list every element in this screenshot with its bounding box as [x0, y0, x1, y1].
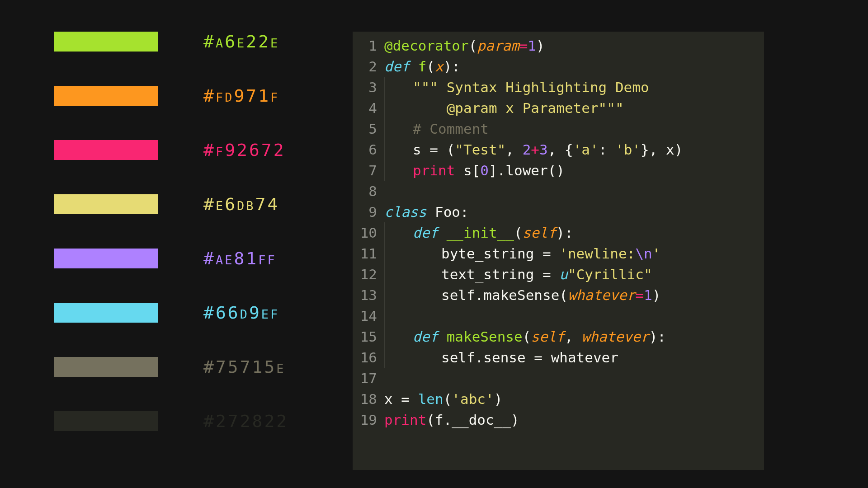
code-line: 4 @param x Parameter""": [359, 98, 758, 118]
token-punct: ].lower(): [489, 162, 565, 178]
swatch-yellow: [54, 194, 158, 214]
token-arg: x: [435, 58, 443, 75]
swatch-bg: [54, 411, 158, 431]
token-string: 'abc': [452, 391, 494, 407]
line-number: 6: [359, 139, 384, 160]
line-number: 17: [359, 368, 384, 389]
token-punct: (: [447, 141, 455, 158]
code-line: 14: [359, 305, 758, 326]
token-func-name: makeSense: [447, 328, 523, 345]
token-punct: ): [675, 141, 683, 158]
token-var: s: [413, 141, 421, 158]
line-number: 3: [359, 77, 384, 98]
token-prefix: u: [559, 266, 568, 282]
line-number: 14: [359, 305, 384, 326]
token-string: "Cyrillic": [568, 266, 652, 282]
code-line: 19 print(f.__doc__): [359, 409, 758, 430]
token-punct: (f.__doc__): [426, 412, 519, 428]
color-palette: #A6E22E #FD971F #F92672 #E6DB74 #AE81FF …: [18, 32, 353, 470]
token-punct: ,: [548, 141, 565, 158]
token-escape: \n: [635, 245, 652, 262]
code-line: 8: [359, 181, 758, 202]
token-var: byte_string =: [441, 245, 559, 262]
swatch-hex-label: #66D9EF: [203, 303, 279, 323]
token-string: "Test": [455, 141, 505, 158]
token-docstring: """ Syntax Highlighting Demo: [413, 79, 649, 95]
code-line: 11 byte_string = 'newline:\n': [359, 243, 758, 264]
token-kwarg: whatever: [568, 287, 635, 303]
token-func-name: __init__: [447, 225, 514, 241]
swatch-hex-label: #E6DB74: [203, 194, 279, 214]
line-number: 8: [359, 181, 384, 202]
token-punct: ,: [565, 328, 581, 345]
line-number: 7: [359, 160, 384, 181]
swatch-hex-label: #FD971F: [203, 86, 279, 106]
token-var: text_string =: [441, 266, 559, 282]
swatch-row: #E6DB74: [54, 194, 353, 214]
code-line: 12 text_string = u"Cyrillic": [359, 264, 758, 285]
line-number: 12: [359, 264, 384, 285]
swatch-hex-label: #272822: [203, 411, 288, 431]
code-wrap: 1 @decorator(param=1) 2 def f(x): 3 """ …: [353, 32, 850, 470]
token-punct: ):: [649, 328, 666, 345]
token-punct: :: [599, 141, 615, 158]
token-builtin: len: [418, 391, 443, 407]
code-line: 13 self.makeSense(whatever=1): [359, 285, 758, 305]
token-operator: =: [421, 141, 447, 158]
token-punct: (: [443, 391, 452, 407]
token-kwarg: param: [477, 38, 519, 54]
code-line: 15 def makeSense(self, whatever):: [359, 326, 758, 347]
line-number: 16: [359, 347, 384, 368]
swatch-row: #FD971F: [54, 86, 353, 106]
token-operator: =: [519, 38, 528, 54]
token-punct: (: [469, 38, 477, 54]
token-keyword: print: [384, 412, 426, 428]
swatch-hex-label: #75715E: [203, 357, 286, 377]
code-line: 5 # Comment: [359, 118, 758, 139]
token-string: 'b': [615, 141, 641, 158]
token-punct: (: [523, 328, 531, 345]
token-keyword: def: [413, 328, 438, 345]
line-number: 11: [359, 243, 384, 264]
code-block: 1 @decorator(param=1) 2 def f(x): 3 """ …: [353, 32, 764, 470]
token-number: 3: [539, 141, 548, 158]
token-punct: s[: [455, 162, 480, 178]
code-line: 17: [359, 368, 758, 389]
line-number: 10: [359, 222, 384, 243]
token-arg: whatever: [581, 328, 649, 345]
token-number: 0: [480, 162, 489, 178]
code-line: 7 print s[0].lower(): [359, 160, 758, 181]
swatch-row: #A6E22E: [54, 32, 353, 52]
line-number: 9: [359, 202, 384, 222]
token-punct: ): [494, 391, 503, 407]
code-line: 2 def f(x):: [359, 56, 758, 77]
token-decorator-name: decorator: [393, 38, 469, 54]
swatch-row: #66D9EF: [54, 303, 353, 323]
token-punct: ): [536, 38, 545, 54]
swatch-row: #AE81FF: [54, 249, 353, 268]
swatch-green: [54, 32, 158, 52]
swatch-orange: [54, 86, 158, 106]
line-number: 18: [359, 389, 384, 409]
swatch-row: #272822: [54, 411, 353, 431]
token-comment: # Comment: [413, 121, 489, 137]
token-call: self.makeSense(: [441, 287, 568, 303]
token-stmt: self.sense = whatever: [441, 349, 618, 366]
line-number: 1: [359, 35, 384, 56]
code-line: 16 self.sense = whatever: [359, 347, 758, 368]
token-string: ': [652, 245, 661, 262]
token-punct: {: [565, 141, 573, 158]
swatch-row: #75715E: [54, 357, 353, 377]
token-number: 1: [644, 287, 652, 303]
line-number: 4: [359, 98, 384, 118]
token-operator: +: [531, 141, 539, 158]
token-arg: self: [523, 225, 557, 241]
token-arg: self: [531, 328, 565, 345]
token-punct: , x: [649, 141, 675, 158]
token-keyword: print: [413, 162, 455, 178]
token-punct: ,: [505, 141, 522, 158]
line-number: 5: [359, 118, 384, 139]
swatch-row: #F92672: [54, 140, 353, 160]
code-line: 9 class Foo:: [359, 202, 758, 222]
swatch-hex-label: #A6E22E: [203, 32, 279, 52]
